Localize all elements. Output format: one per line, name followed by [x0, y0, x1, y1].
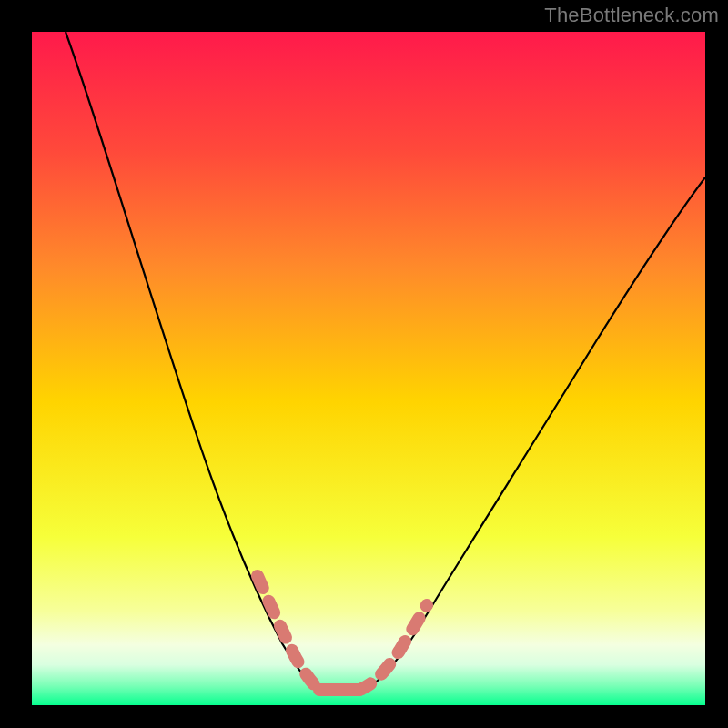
gradient-background [32, 32, 705, 705]
plot-area [32, 32, 705, 705]
chart-svg [32, 32, 705, 705]
chart-frame: TheBottleneck.com [0, 0, 728, 728]
watermark-text: TheBottleneck.com [544, 4, 719, 27]
